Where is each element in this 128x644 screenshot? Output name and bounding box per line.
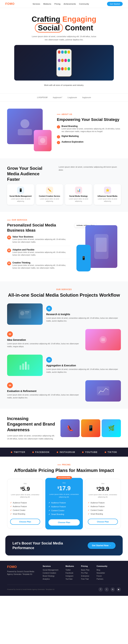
- grow-right: Lorem ipsum dolor sit amet, consectetur …: [59, 166, 121, 175]
- facebook-label: FACEBOOK: [35, 451, 50, 454]
- pricing-price-1: $5.9: [10, 486, 40, 492]
- wf-desc-2: Lorem ipsum dolor sit amet, consectetur …: [7, 342, 82, 348]
- service-desc-2: Lorem ipsum dolor sit amet adipiscing: [38, 198, 61, 202]
- service-icon-3: 📊: [75, 187, 82, 194]
- footer-social-in[interactable]: in: [110, 587, 115, 592]
- svg-rect-12: [20, 365, 21, 370]
- footer-link-pri-4[interactable]: Free Trial: [81, 578, 90, 580]
- footer-link-svc-3[interactable]: Brand Strategy: [43, 575, 58, 577]
- service-desc-1: Lorem ipsum dolor sit amet adipiscing: [9, 198, 32, 202]
- pricing-feature-1-4: Smart Branding: [10, 512, 40, 516]
- footer-tagline: Powered by Social & Social Media Agency …: [7, 570, 36, 576]
- footer-link-svc-1[interactable]: Social Management: [43, 569, 58, 571]
- workflow-label: OUR SERVICES: [7, 288, 121, 290]
- logo-item-3: Logipsum: [68, 96, 77, 98]
- footer-col-community: Community Blog Newsletter Forum Partners: [96, 565, 108, 581]
- svg-rect-9: [25, 314, 28, 314]
- pricing-features-3: Audience Feature Audience Feature Conten…: [88, 501, 118, 516]
- pricing-badge-2: Recommended: [56, 476, 72, 479]
- pricing-features-1: Audience Feature Audience Feature Conten…: [10, 501, 40, 516]
- svg-rect-13: [22, 364, 24, 370]
- nav-link-services[interactable]: Services: [32, 3, 40, 5]
- pricing-desc-3: Lorem ipsum dolor sit amet, consectetur …: [88, 494, 118, 498]
- grow-left: Grow Your Social Media Audience Faster: [7, 166, 53, 184]
- social-youtube[interactable]: YOUTUBE: [82, 451, 98, 454]
- workflow-section: OUR SERVICES All-in-one Social Media Sol…: [0, 282, 128, 409]
- svg-point-7: [20, 311, 24, 315]
- feature-audience-title: Audience Exploration: [62, 140, 84, 143]
- social-twitter[interactable]: TWITTER: [11, 451, 25, 454]
- wf-img-1: [7, 304, 43, 325]
- nav-link-pricing[interactable]: Pricing: [54, 3, 60, 5]
- increasing-right: 👠 📱 🌿: [60, 419, 121, 437]
- navbar: FOMO Services Mediums Pricing Achievemen…: [0, 0, 128, 8]
- footer-link-pri-3[interactable]: Enterprise: [81, 575, 90, 577]
- footer-link-com-1[interactable]: Blog: [96, 569, 108, 571]
- personalized-title: Personalized Social Media Business Ideas: [7, 223, 70, 233]
- footer-social-icons: f t in ▶: [98, 587, 121, 592]
- logo-item-4: logipsum: [82, 96, 91, 98]
- cta-button[interactable]: Get Started Now →: [88, 542, 116, 549]
- pers-desc-2: Lorem ipsum dolor sit amet, consectetur …: [12, 251, 70, 256]
- wf-desc-1: Lorem ipsum dolor sit amet, consectetur …: [46, 317, 121, 322]
- increasing-section: Increasing Engagement and Brand Awarenes…: [0, 409, 128, 448]
- pricing-btn-2[interactable]: Choose Plan: [48, 519, 80, 526]
- grow-section: Grow Your Social Media Audience Faster L…: [0, 158, 128, 212]
- footer-link-com-3[interactable]: Forum: [96, 575, 108, 577]
- workflow-header: OUR SERVICES All-in-one Social Media Sol…: [7, 288, 121, 298]
- footer-link-med-2[interactable]: Facebook: [66, 572, 74, 574]
- pricing-feature-1-3: Content Creator: [10, 508, 40, 512]
- service-name-4: Influencer Social Media: [96, 195, 119, 197]
- footer-link-com-2[interactable]: Newsletter: [96, 572, 108, 574]
- about-img-secondary: [34, 130, 52, 151]
- social-instagram[interactable]: INSTAGRAM: [57, 451, 75, 454]
- footer-link-com-4[interactable]: Partners: [96, 578, 108, 580]
- pers-desc-1: Lorem ipsum dolor sit amet, consectetur …: [12, 238, 70, 243]
- service-name-2: Content Creation Service: [38, 195, 61, 197]
- footer-link-med-1[interactable]: Twitter: [66, 569, 74, 571]
- pricing-feature-1-2: Audience Feature: [10, 505, 40, 508]
- pricing-section: PRICING Affordable Pricing Plans for Max…: [0, 457, 128, 536]
- footer-link-pri-1[interactable]: Basic Plan: [81, 569, 90, 571]
- pricing-feature-2-1: Audience Feature: [48, 501, 80, 505]
- nav-link-achievements[interactable]: Achievements: [64, 3, 76, 5]
- footer-col-pricing: Pricing Basic Plan Pro Plan Enterprise F…: [81, 565, 90, 581]
- footer-link-med-3[interactable]: Instagram: [66, 575, 74, 577]
- nav-cta-button[interactable]: Get Started: [107, 2, 123, 6]
- pers-phone: 📱: [76, 245, 91, 272]
- footer-col-services-heading: Services: [43, 565, 58, 567]
- nav-link-mediums[interactable]: Mediums: [43, 3, 51, 5]
- feature-audience: ✓ Audience Exploration: [57, 140, 121, 144]
- footer-social-t[interactable]: t: [104, 587, 109, 592]
- services-grid: 📱 Social Media Management Lorem ipsum do…: [7, 184, 121, 205]
- footer-link-med-4[interactable]: YouTube: [66, 578, 74, 580]
- social-tiktok[interactable]: TIKTOK: [105, 451, 117, 454]
- wf-img-2: [85, 329, 121, 350]
- footer-col-mediums: Mediums Twitter Facebook Instagram YouTu…: [66, 565, 74, 581]
- pricing-desc-2: Lorem ipsum dolor sit amet, consectetur …: [48, 493, 80, 498]
- footer-link-pri-2[interactable]: Pro Plan: [81, 572, 90, 574]
- workflow-items: 01 Research & Insights Lorem ipsum dolor…: [7, 304, 121, 402]
- wf-content-1: 01 Research & Insights Lorem ipsum dolor…: [46, 306, 121, 322]
- footer-social-yt[interactable]: ▶: [116, 587, 121, 592]
- workflow-title: All-in-one Social Media Solution Project…: [7, 292, 121, 298]
- wf-num-3: 03: [46, 357, 52, 362]
- footer-social-f[interactable]: f: [98, 587, 103, 592]
- pricing-feature-1-1: Audience Feature: [10, 501, 40, 505]
- nav-link-community[interactable]: Community: [79, 3, 89, 5]
- pers-item-3: 03 Creative Thinking Lorem ipsum dolor s…: [7, 262, 70, 272]
- wf-content-2: 02 Idea Generation Lorem ipsum dolor sit…: [7, 331, 82, 348]
- footer-link-svc-4[interactable]: Analytics: [43, 578, 58, 580]
- about-content: ABOUT US Empowering Your Social Strategy…: [57, 114, 121, 146]
- wf-content-4: 04 Evaluation & Refinement Lorem ipsum d…: [7, 382, 82, 399]
- social-facebook[interactable]: FACEBOOK: [32, 451, 50, 454]
- wf-desc-3: Lorem ipsum dolor sit amet, consectetur …: [46, 368, 121, 374]
- youtube-label: YOUTUBE: [85, 451, 98, 454]
- increasing-title: Increasing Engagement and Brand Awarenes…: [7, 416, 55, 432]
- pricing-btn-1[interactable]: Choose Plan: [10, 519, 40, 525]
- wf-title-1: Research & Insights: [46, 313, 121, 316]
- footer-link-svc-2[interactable]: Content Creation: [43, 572, 58, 574]
- wf-img-3: [7, 354, 43, 376]
- pers-num-2: 02: [7, 248, 11, 252]
- pricing-btn-3[interactable]: Choose Plan: [88, 519, 118, 525]
